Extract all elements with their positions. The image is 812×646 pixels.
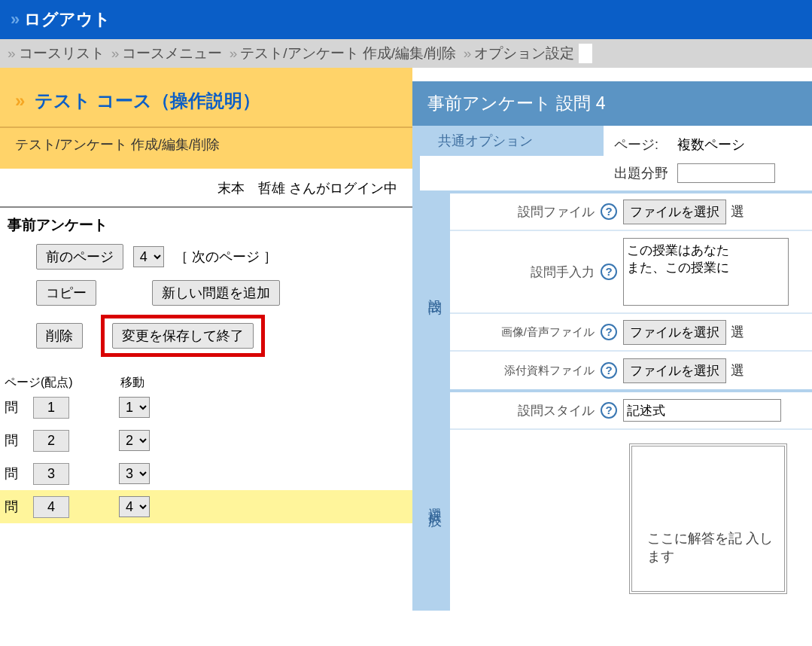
question-number-button[interactable]: 2: [33, 430, 69, 452]
chevron-icon: »: [15, 90, 25, 111]
move-select[interactable]: 3: [119, 463, 150, 484]
question-row: 問44: [0, 490, 412, 523]
row-label-question-file: 設問ファイル: [450, 203, 601, 221]
group-label-question: 設問: [420, 193, 450, 389]
breadcrumb: » コースリスト » コースメニュー » テスト/アンケート 作成/編集/削除 …: [0, 39, 812, 68]
help-icon[interactable]: ?: [601, 324, 617, 340]
breadcrumb-item[interactable]: オプション設定: [474, 44, 574, 63]
breadcrumb-current: [579, 44, 592, 63]
save-exit-button[interactable]: 変更を保存して終了: [112, 323, 254, 349]
chevron-icon: »: [11, 10, 20, 29]
file-trail: 選: [731, 203, 744, 221]
question-number-button[interactable]: 1: [33, 397, 69, 419]
row-label-question-text: 設問手入力: [450, 264, 601, 281]
question-row: 問11: [0, 391, 412, 424]
question-text-input[interactable]: [623, 238, 789, 306]
question-number-button[interactable]: 4: [33, 496, 69, 518]
breadcrumb-item[interactable]: コースメニュー: [122, 44, 222, 63]
logout-link[interactable]: ログアウト: [24, 8, 111, 31]
login-status: 末本 哲雄 さんがログイン中: [0, 169, 412, 203]
move-select[interactable]: 1: [119, 397, 150, 418]
col-header-move: 移動: [120, 375, 144, 391]
question-number-button[interactable]: 3: [33, 463, 69, 485]
move-select[interactable]: 4: [119, 496, 150, 517]
course-title-text: テスト コース（操作説明）: [35, 90, 260, 111]
question-label: 問: [0, 498, 33, 516]
row-label-question-style: 設問スタイル: [450, 402, 601, 419]
question-style-select[interactable]: [623, 399, 781, 422]
subheader: テスト/アンケート 作成/編集/削除: [0, 126, 412, 161]
move-select[interactable]: 2: [119, 430, 150, 451]
chevron-icon: »: [8, 45, 16, 62]
page-select[interactable]: 4: [133, 246, 164, 267]
choose-file-button[interactable]: ファイルを選択: [623, 320, 726, 345]
chevron-icon: »: [225, 45, 237, 62]
prev-page-button[interactable]: 前のページ: [36, 244, 123, 270]
file-trail: 選: [731, 323, 744, 341]
col-header-page: ページ(配点): [0, 375, 120, 391]
copy-button[interactable]: コピー: [36, 280, 96, 306]
page-mode-value: 複数ペーシ: [677, 136, 745, 154]
question-row: 問33: [0, 457, 412, 490]
row-label-attach-file: 添付資料ファイル: [450, 364, 601, 378]
tab-common-options[interactable]: 共通オプション: [420, 126, 604, 156]
row-label-media-file: 画像/音声ファイル: [450, 325, 601, 340]
help-icon[interactable]: ?: [601, 264, 617, 280]
section-label: 事前アンケート: [0, 211, 412, 242]
next-page-link[interactable]: ［ 次のページ ］: [175, 249, 277, 264]
question-label: 問: [0, 465, 33, 483]
panel-header: 事前アンケート 設問 4: [412, 81, 812, 126]
answer-area[interactable]: ここに解答を記 入します: [629, 443, 787, 594]
add-question-button[interactable]: 新しい問題を追加: [152, 280, 280, 306]
chevron-icon: »: [459, 45, 471, 62]
chevron-icon: »: [108, 45, 120, 62]
breadcrumb-item[interactable]: テスト/アンケート 作成/編集/削除: [240, 44, 456, 63]
choose-file-button[interactable]: ファイルを選択: [623, 200, 726, 224]
choose-file-button[interactable]: ファイルを選択: [623, 358, 726, 383]
question-label: 問: [0, 431, 33, 449]
breadcrumb-item[interactable]: コースリスト: [19, 44, 105, 63]
page-mode-label: ページ:: [614, 136, 677, 154]
field-input[interactable]: [677, 163, 775, 183]
help-icon[interactable]: ?: [601, 203, 617, 220]
group-label-choices: 選択肢: [420, 392, 450, 611]
question-row: 問22: [0, 424, 412, 457]
help-icon[interactable]: ?: [601, 402, 617, 419]
question-label: 問: [0, 398, 33, 416]
file-trail: 選: [731, 361, 744, 379]
highlight-box: 変更を保存して終了: [101, 315, 265, 357]
topbar: » ログアウト: [0, 0, 812, 39]
help-icon[interactable]: ?: [601, 362, 617, 379]
course-title: » テスト コース（操作説明）: [0, 68, 412, 126]
field-label: 出題分野: [614, 164, 677, 182]
delete-button[interactable]: 削除: [36, 323, 83, 349]
